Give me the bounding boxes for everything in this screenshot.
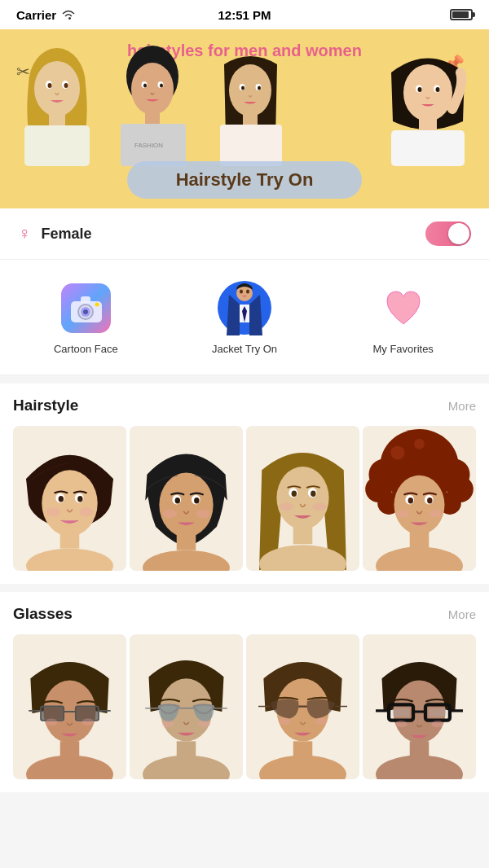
gender-toggle[interactable] [425,221,471,246]
svg-point-62 [163,509,177,518]
glasses-item-3[interactable] [246,634,359,779]
glasses-item-1[interactable] [13,634,126,779]
svg-rect-131 [392,708,409,717]
person-2: FASHION [106,40,200,166]
svg-rect-133 [410,742,430,757]
glasses-person-3-svg [246,634,359,779]
svg-point-12 [143,84,147,88]
glasses-more[interactable]: More [448,607,476,621]
hairstyle-grid [13,426,476,571]
gender-label: Female [42,226,92,243]
svg-point-43 [246,290,249,294]
glasses-grid [13,634,476,779]
svg-point-82 [390,445,404,459]
svg-rect-30 [391,130,465,166]
feature-card-cartoon-face[interactable]: Cartoon Face [7,270,165,365]
glasses-item-2[interactable] [130,634,243,779]
svg-point-52 [46,507,60,516]
banner-section: ✂ 📌 ♡ ○ hairstyles for men and women [0,29,489,208]
svg-point-73 [312,502,326,511]
svg-point-37 [95,302,99,306]
hairstyle-section: Hairstyle More [0,384,489,584]
svg-rect-120 [293,742,313,757]
my-favorites-label: My Favorites [372,343,433,355]
svg-point-24 [403,64,452,121]
wifi-icon [61,9,76,20]
person-3 [204,40,297,166]
svg-point-55 [159,473,213,537]
glasses-person-4-svg [363,634,476,779]
hairstyle-person-3-svg [246,426,359,571]
carrier-label: Carrier [16,8,56,22]
svg-point-28 [436,87,440,92]
svg-point-105 [82,719,94,726]
svg-rect-60 [177,534,196,550]
svg-point-53 [79,507,93,516]
hairstyle-person-4-svg [363,426,476,571]
svg-rect-70 [293,527,313,544]
svg-point-72 [280,502,293,511]
svg-point-42 [240,290,243,294]
hairstyle-more[interactable]: More [448,399,476,413]
svg-point-92 [430,510,442,518]
svg-point-58 [175,498,180,503]
svg-point-4 [48,83,52,88]
svg-rect-23 [220,125,282,166]
svg-rect-89 [410,532,430,547]
banner-cta[interactable]: Hairstyle Try On [127,161,363,199]
hairstyle-item-1[interactable] [13,426,126,571]
favorites-icon-wrap [375,279,432,336]
svg-point-136 [431,721,443,728]
gender-icon: ♀ [18,223,32,244]
hairstyle-item-3[interactable] [246,426,359,571]
glasses-item-4[interactable] [363,634,476,779]
svg-point-68 [292,490,297,496]
svg-rect-101 [77,708,98,720]
person-4 [375,40,481,166]
svg-rect-100 [42,708,63,720]
jacket-icon-wrap [216,279,273,336]
svg-point-88 [427,498,432,503]
battery-icon [450,9,473,20]
svg-point-45 [42,470,97,536]
cartoon-face-label: Cartoon Face [54,343,118,355]
glasses-person-1-svg [13,634,126,779]
svg-rect-14 [145,112,160,124]
bottom-space [0,792,489,817]
hairstyle-item-4[interactable] [363,426,476,571]
svg-point-91 [397,510,409,518]
svg-point-21 [258,86,261,90]
hairstyle-title: Hairstyle [13,397,78,414]
feature-card-jacket-try-on[interactable]: Jacket Try On [165,270,324,365]
jacket-try-on-label: Jacket Try On [212,343,277,355]
status-time: 12:51 PM [218,8,271,22]
glasses-person-2-svg [130,634,243,779]
glasses-title: Glasses [13,605,73,623]
feature-card-my-favorites[interactable]: My Favorites [324,270,482,365]
cartoon-face-icon-wrap [57,279,114,336]
status-bar: Carrier 12:51 PM [0,0,489,29]
svg-point-84 [394,476,444,535]
svg-rect-132 [429,708,446,717]
svg-point-87 [408,498,413,503]
toggle-knob [448,223,469,244]
svg-point-65 [276,467,328,529]
svg-rect-22 [243,114,258,125]
svg-point-114 [198,721,210,728]
svg-point-5 [64,83,68,88]
hairstyle-item-2[interactable] [130,426,243,571]
feature-cards-row: Cartoon Face [0,260,489,375]
jacket-icon [217,280,272,335]
svg-point-83 [414,439,425,449]
hairstyle-header: Hairstyle More [13,397,476,414]
svg-point-113 [162,721,174,728]
svg-point-17 [229,64,271,116]
banner-people: FASHION [0,40,489,166]
svg-point-63 [196,509,209,518]
gender-left: ♀ Female [18,223,92,244]
hairstyle-person-1-svg [13,426,126,571]
svg-point-122 [279,718,291,726]
svg-point-123 [315,718,327,726]
svg-rect-111 [177,742,196,757]
svg-point-9 [131,63,174,115]
